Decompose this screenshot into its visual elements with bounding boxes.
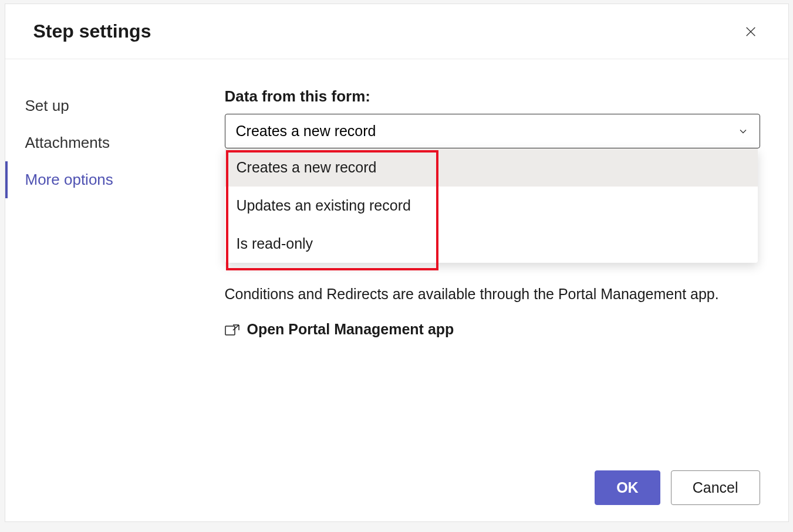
cancel-button[interactable]: Cancel [671,470,760,505]
sidebar-item-setup[interactable]: Set up [5,87,211,124]
dropdown-option-update[interactable]: Updates an existing record [225,187,758,225]
dropdown-option-readonly[interactable]: Is read-only [225,225,758,263]
dialog-footer: OK Cancel [5,459,788,521]
data-form-select: Creates a new record Creates a new recor… [225,114,760,148]
step-settings-dialog: Step settings Set up Attachments More op… [5,4,789,522]
close-icon [744,25,757,38]
dialog-title: Step settings [33,21,151,42]
sidebar-nav: Set up Attachments More options [5,59,211,459]
sidebar-item-attachments[interactable]: Attachments [5,124,211,161]
open-external-icon [225,324,240,336]
dialog-header: Step settings [5,4,788,59]
link-label: Open Portal Management app [247,321,454,338]
chevron-down-icon [737,126,749,137]
dropdown-list: Creates a new record Updates an existing… [225,148,758,263]
open-portal-management-link[interactable]: Open Portal Management app [225,321,760,338]
select-value: Creates a new record [236,123,376,140]
sidebar-item-more-options[interactable]: More options [5,161,211,198]
dropdown-option-create[interactable]: Creates a new record [225,148,758,187]
main-content: Data from this form: Creates a new recor… [211,59,788,459]
data-form-label: Data from this form: [225,87,760,106]
ok-button[interactable]: OK [595,470,660,505]
select-trigger[interactable]: Creates a new record [225,114,760,148]
svg-rect-2 [225,326,235,335]
dialog-body: Set up Attachments More options Data fro… [5,59,788,459]
close-button[interactable] [741,22,760,41]
hint-text: Conditions and Redirects are available t… [225,283,760,304]
